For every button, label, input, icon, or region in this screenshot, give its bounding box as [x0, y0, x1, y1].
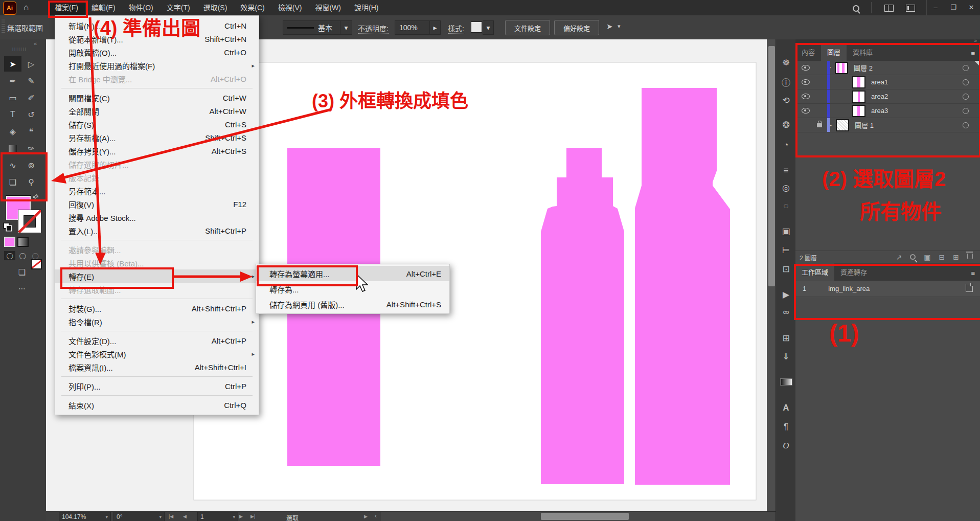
tab-asset-export[interactable]: 資產轉存 [834, 263, 873, 281]
menu-help[interactable]: 說明(H) [348, 0, 385, 15]
eye-icon[interactable] [802, 79, 810, 85]
eye-icon[interactable] [802, 65, 810, 71]
gradient-tool[interactable] [4, 141, 21, 156]
close-button[interactable]: ✕ [963, 0, 980, 15]
paragraph-panel-icon[interactable]: ¶ [776, 420, 796, 434]
style-label[interactable]: 樣式: [448, 23, 464, 34]
vertical-scrollbar-thumb[interactable] [768, 46, 775, 286]
width-tool[interactable]: ∿ [4, 157, 21, 173]
artboard-number-select[interactable]: 1▾ [197, 512, 238, 521]
target-circle-icon[interactable] [963, 94, 969, 100]
pathfinder-panel-icon[interactable]: ⊡ [776, 262, 796, 276]
last-artboard-icon[interactable]: ▶| [250, 514, 255, 519]
character-panel-icon[interactable]: A [776, 401, 796, 415]
menu-item-package[interactable]: 封裝(G)...Alt+Shift+Ctrl+P [55, 302, 259, 315]
select-panel-icon[interactable]: ◌ [776, 199, 796, 213]
menu-item-place[interactable]: 置入(L)...Shift+Ctrl+P [55, 224, 259, 237]
preferences-button[interactable]: 偏好設定 [554, 20, 599, 35]
target-circle-icon[interactable] [963, 79, 969, 85]
menu-item-scripts[interactable]: 指令檔(R)▸ [55, 315, 259, 328]
style-swatch[interactable] [471, 22, 482, 32]
layer-name[interactable]: 圖層 1 [855, 120, 874, 130]
make-mask-icon[interactable]: ▣ [924, 253, 930, 261]
horizontal-scrollbar[interactable] [381, 512, 776, 521]
menu-item-save-as[interactable]: 另存新檔(A)...Shift+Ctrl+S [55, 131, 259, 144]
collapse-toolbar-icon[interactable]: « [34, 40, 37, 47]
opacity-label[interactable]: 不透明度: [358, 23, 389, 34]
tab-properties[interactable]: 內容 [795, 43, 821, 61]
curvature-tool[interactable]: ✎ [22, 73, 40, 88]
layer-row-layer2[interactable]: ▾ 圖層 2 [795, 61, 980, 75]
artboard-row[interactable]: 1 img_link_area [795, 281, 980, 297]
rectangle-tool[interactable]: ▭ [4, 90, 21, 105]
menu-item-search-adobe-stock[interactable]: 搜尋 Adobe Stock... [55, 211, 259, 224]
info-panel-icon[interactable]: ⓘ [776, 75, 796, 88]
artboard-tool[interactable]: ❏ [4, 174, 21, 190]
gradient-panel-icon[interactable]: ◔ [776, 139, 796, 152]
vertical-scrollbar[interactable] [767, 39, 776, 511]
menu-item-open[interactable]: 開啟舊檔(O)...Ctrl+O [55, 46, 259, 59]
home-icon[interactable]: ⌂ [24, 0, 29, 15]
submenu-item-export-as[interactable]: 轉存為... [256, 281, 449, 297]
search-icon[interactable] [853, 5, 859, 14]
submenu-item-export-for-screens[interactable]: 轉存為螢幕適用...Alt+Ctrl+E [256, 266, 449, 281]
collect-for-export-icon[interactable]: ↗ [896, 253, 902, 261]
opentype-panel-icon[interactable]: O [776, 439, 796, 452]
shape-builder-tool[interactable]: ⊚ [22, 157, 40, 173]
horizontal-scrollbar-thumb[interactable] [541, 513, 629, 520]
type-tool[interactable]: T [4, 107, 21, 122]
menu-item-revert[interactable]: 回復(V)F12 [55, 197, 259, 211]
locate-object-icon[interactable] [910, 253, 916, 261]
tab-libraries[interactable]: 資料庫 [847, 43, 879, 61]
menu-item-exit[interactable]: 結束(X)Ctrl+Q [55, 398, 259, 412]
comment-tool[interactable]: ❝ [22, 124, 40, 139]
direct-selection-tool[interactable]: ▷ [22, 56, 40, 72]
layer-row-area2[interactable]: area2 [795, 89, 980, 104]
eye-icon[interactable] [802, 94, 810, 99]
pen-tool[interactable]: ✒ [4, 73, 21, 88]
rotation-select[interactable]: 0°▾ [113, 512, 165, 521]
zoom-tool[interactable]: ⚲ [22, 174, 40, 190]
draw-normal-button[interactable]: ◯ [4, 251, 15, 260]
menu-item-close-all[interactable]: 全部關閉Alt+Ctrl+W [55, 104, 259, 118]
menu-item-file-info[interactable]: 檔案資訊(I)...Alt+Shift+Ctrl+I [55, 360, 259, 374]
actions-panel-icon[interactable]: ▶ [776, 288, 796, 301]
restore-button[interactable]: ❐ [945, 0, 962, 15]
layer-thumbnail[interactable] [836, 63, 847, 73]
status-back-icon[interactable]: ‹ [375, 512, 377, 519]
new-layer-icon[interactable]: ⊞ [953, 253, 959, 261]
delete-layer-icon[interactable] [967, 254, 973, 261]
target-circle-icon[interactable] [963, 108, 969, 114]
layers-panel-menu-icon[interactable]: ≡ [966, 46, 980, 61]
properties-panel-icon[interactable]: ☸ [776, 56, 796, 69]
object-name[interactable]: area1 [871, 78, 888, 86]
color-panel-icon[interactable]: ❂ [776, 118, 796, 131]
target-circle-icon[interactable] [963, 65, 969, 71]
layer-name[interactable]: 圖層 2 [854, 63, 873, 73]
stroke-style-select[interactable]: 基本 [283, 20, 349, 35]
layer-row-area1[interactable]: area1 [795, 75, 980, 89]
menu-item-document-color-mode[interactable]: 文件色彩模式(M)▸ [55, 347, 259, 360]
artboards-panel-icon[interactable]: ⊞ [776, 331, 796, 345]
app-logo-icon[interactable]: Ai [3, 2, 16, 15]
artboards-panel-menu-icon[interactable]: ≡ [966, 266, 980, 281]
screen-mode-button[interactable]: ❏ [13, 264, 31, 280]
asset-export-panel-icon[interactable]: ⇓ [776, 350, 796, 363]
prev-artboard-icon[interactable]: ◀ [183, 514, 187, 519]
lock-icon[interactable] [817, 123, 822, 127]
target-circle-icon[interactable] [963, 122, 969, 128]
history-panel-icon[interactable]: ⟲ [776, 94, 796, 107]
rotate-tool[interactable]: ↺ [22, 107, 40, 122]
submenu-item-save-for-web[interactable]: 儲存為網頁用 (舊版)...Alt+Shift+Ctrl+S [256, 297, 449, 312]
layer-row-area3[interactable]: area3 [795, 104, 980, 118]
zoom-level-select[interactable]: 104.17%▾ [59, 512, 111, 521]
document-setup-button[interactable]: 文件設定 [505, 20, 550, 35]
menu-window[interactable]: 視窗(W) [308, 0, 348, 15]
color-mode-button[interactable] [5, 238, 14, 246]
collapse-panels-icon[interactable]: » [974, 38, 977, 43]
tool-options-dropdown-icon[interactable]: ▾ [618, 23, 621, 30]
stroke-panel-icon[interactable]: ≡ [776, 164, 796, 177]
arrange-documents-icon[interactable] [906, 5, 915, 14]
menu-item-save[interactable]: 儲存(S)Ctrl+S [55, 118, 259, 131]
draw-inside-button[interactable]: ◯ [30, 251, 41, 260]
